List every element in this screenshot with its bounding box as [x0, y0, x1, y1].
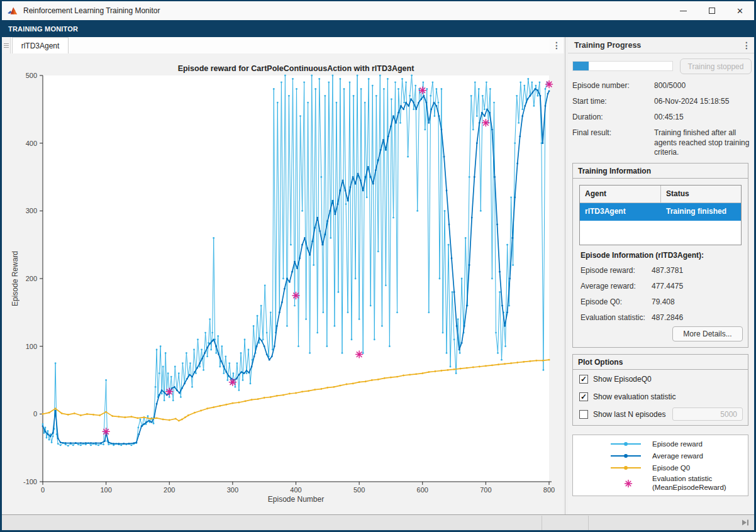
show-episodeq0-option: Show EpisodeQ0	[579, 375, 652, 384]
average-reward-value: 477.4475	[652, 282, 683, 291]
title-bar: Reinforcement Learning Training Monitor …	[2, 1, 754, 20]
tab-rltd3agent[interactable]: rlTD3Agent	[12, 37, 69, 53]
show-last-n-episodes-label: Show last N episodes	[593, 410, 665, 419]
figure-area: Episode reward for CartPoleContinuousAct…	[2, 53, 563, 514]
episode-reward-label: Episode reward:	[581, 266, 635, 275]
show-evaluation-statistic-option: Show evaluation statistic	[579, 392, 675, 401]
svg-text:300: 300	[227, 486, 238, 494]
training-progress-panel: Training stopped Episode number: 800/500…	[568, 53, 754, 514]
minimize-button[interactable]	[669, 1, 698, 20]
close-icon: ✕	[737, 7, 743, 15]
tab-strip-menu-icon[interactable]: ⋮	[550, 37, 564, 53]
app-window: Reinforcement Learning Training Monitor …	[0, 0, 756, 532]
final-result-label: Final result:	[572, 128, 611, 137]
training-information-title: Training Information	[573, 163, 748, 179]
table-row[interactable]: rlTD3Agent Training finished	[580, 203, 741, 221]
legend-item-evaluation-statistic: Evaluation statistic (MeanEpisodeReward)	[573, 475, 748, 492]
training-chart: -100010020030040050001002003004005006007…	[2, 53, 563, 514]
svg-text:-100: -100	[23, 478, 37, 485]
legend-item-average-reward: Average reward	[573, 452, 748, 460]
n-episodes-input[interactable]	[672, 407, 743, 421]
window-title: Reinforcement Learning Training Monitor	[23, 6, 160, 15]
chart-title: Episode reward for CartPoleContinuousAct…	[43, 64, 549, 73]
svg-text:300: 300	[26, 207, 37, 214]
training-progress-header: Training Progress ⋮	[568, 37, 754, 53]
episode-q0-line-icon	[611, 467, 641, 468]
evaluation-statistic-value: 487.2846	[652, 313, 683, 322]
episode-number-label: Episode number:	[572, 81, 630, 90]
maximize-button[interactable]	[698, 1, 726, 20]
panel-divider	[565, 37, 565, 514]
toolstrip: TRAINING MONITOR	[2, 20, 754, 37]
episode-number-value: 800/5000	[654, 81, 751, 91]
drag-handle-icon[interactable]	[2, 37, 11, 53]
status-column-header: Status	[661, 186, 741, 202]
show-last-n-episodes-checkbox[interactable]	[579, 410, 588, 419]
chart-legend: Episode reward Average reward Episode Q0	[572, 435, 748, 496]
average-reward-line-icon	[611, 455, 641, 457]
agent-cell: rlTD3Agent	[580, 203, 661, 221]
status-bar-divider	[588, 516, 589, 531]
average-reward-label: Average reward:	[581, 282, 636, 291]
status-bar-divider	[542, 516, 542, 531]
start-time-value: 06-Nov-2024 15:18:55	[654, 97, 751, 107]
duration-value: 00:45:15	[654, 113, 751, 123]
table-header-row: Agent Status	[580, 186, 741, 203]
chart-xlabel: Episode Number	[43, 495, 549, 504]
plot-options-panel: Plot Options Show EpisodeQ0 Show evaluat…	[572, 354, 748, 426]
maximize-icon	[709, 8, 715, 14]
chart-ylabel: Episode Reward	[9, 75, 21, 482]
more-details-button[interactable]: More Details...	[672, 326, 743, 341]
svg-text:200: 200	[26, 275, 37, 282]
status-cell: Training finished	[661, 203, 741, 221]
svg-text:400: 400	[290, 486, 301, 494]
episode-reward-value: 487.3781	[652, 266, 683, 275]
close-button[interactable]: ✕	[726, 1, 754, 20]
episode-q0-value: 79.408	[652, 297, 675, 306]
svg-text:600: 600	[417, 486, 428, 494]
show-evaluation-statistic-label: Show evaluation statistic	[593, 392, 675, 401]
show-evaluation-statistic-checkbox[interactable]	[579, 392, 588, 401]
document-tab-strip: rlTD3Agent ⋮	[2, 37, 564, 53]
svg-text:200: 200	[164, 486, 175, 494]
agent-status-table: Agent Status rlTD3Agent Training finishe…	[579, 185, 742, 245]
matlab-icon	[7, 5, 18, 16]
legend-item-episode-q0: Episode Q0	[573, 464, 748, 472]
final-result-value: Training finished after all agents reach…	[654, 128, 751, 158]
episode-reward-line-icon	[611, 443, 641, 445]
svg-text:100: 100	[100, 486, 111, 494]
tab-label: rlTD3Agent	[21, 42, 60, 50]
svg-text:800: 800	[543, 486, 555, 494]
training-information-panel: Training Information Agent Status rlTD3A…	[572, 163, 748, 348]
evaluation-statistic-asterisk-icon	[623, 479, 633, 489]
show-episodeq0-checkbox[interactable]	[579, 375, 588, 384]
legend-item-episode-reward: Episode reward	[573, 440, 748, 448]
status-bar	[2, 514, 754, 530]
evaluation-statistic-label: Evaluation statistic:	[581, 313, 645, 322]
plot-options-title: Plot Options	[573, 355, 748, 370]
panel-menu-icon[interactable]: ⋮	[739, 40, 754, 50]
training-progress-title: Training Progress	[574, 41, 739, 50]
svg-text:100: 100	[26, 343, 37, 350]
skip-to-end-icon[interactable]	[740, 518, 750, 528]
tab-strip-filler	[69, 37, 550, 53]
svg-text:400: 400	[26, 140, 37, 147]
training-stopped-button[interactable]: Training stopped	[680, 58, 752, 74]
show-last-n-episodes-option: Show last N episodes	[579, 410, 665, 419]
start-time-label: Start time:	[572, 97, 607, 106]
svg-text:700: 700	[480, 486, 491, 494]
svg-text:0: 0	[41, 486, 45, 494]
svg-text:500: 500	[26, 72, 37, 79]
progress-bar	[572, 61, 673, 71]
episode-q0-label: Episode Q0:	[581, 297, 622, 306]
tab-training-monitor[interactable]: TRAINING MONITOR	[8, 25, 78, 33]
progress-bar-fill	[573, 62, 589, 70]
show-episodeq0-label: Show EpisodeQ0	[593, 375, 652, 384]
episode-information-title: Episode Information (rlTD3Agent):	[581, 251, 704, 260]
svg-text:0: 0	[33, 410, 37, 418]
minimize-icon	[680, 11, 687, 11]
agent-column-header: Agent	[580, 186, 661, 202]
duration-label: Duration:	[572, 113, 603, 121]
svg-text:500: 500	[353, 486, 365, 494]
